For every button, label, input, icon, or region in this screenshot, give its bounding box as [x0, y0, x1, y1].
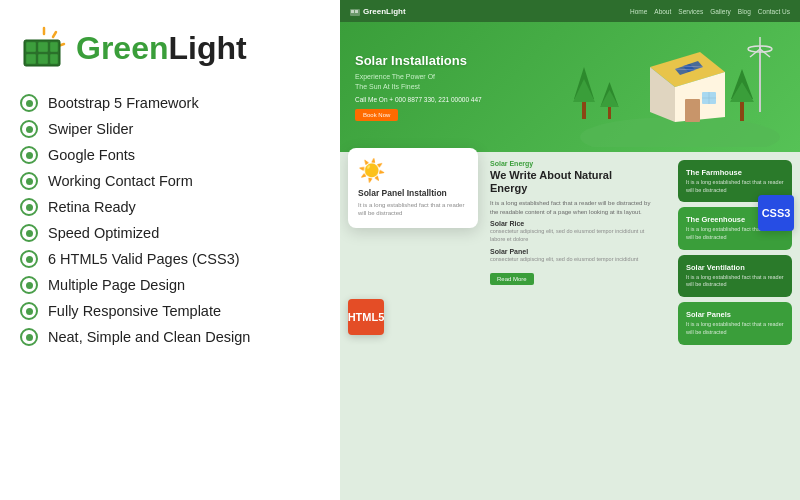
svg-rect-4: [26, 42, 36, 52]
svg-rect-32: [685, 99, 700, 122]
svg-rect-36: [740, 99, 744, 121]
svg-rect-7: [26, 54, 36, 64]
feature-label: Fully Responsive Template: [48, 303, 221, 319]
list-item: Multiple Page Design: [20, 276, 320, 294]
feature-label: Swiper Slider: [48, 121, 133, 137]
html5-number: 5: [378, 311, 384, 323]
sidebar-card-title: The Farmhouse: [686, 168, 784, 177]
sub-items: Solar Rice consectetur adipiscing elit, …: [490, 220, 658, 263]
bullet-icon: [20, 198, 38, 216]
header-logo: GreenLight: [350, 6, 406, 16]
feature-label: Working Contact Form: [48, 173, 193, 189]
hero-illustration: [570, 27, 790, 147]
feature-label: Multiple Page Design: [48, 277, 185, 293]
bullet-icon: [20, 250, 38, 268]
header-logo-icon: [350, 6, 360, 16]
svg-rect-12: [355, 10, 358, 13]
feature-label: 6 HTML5 Valid Pages (CSS3): [48, 251, 240, 267]
sidebar-card-title: Solar Ventilation: [686, 263, 784, 272]
nav-item-contact[interactable]: Contact Us: [758, 8, 790, 15]
section-intro: It is a long established fact that a rea…: [490, 199, 658, 217]
nav-item-services[interactable]: Services: [678, 8, 703, 15]
sub-item-title: Solar Rice: [490, 220, 658, 227]
svg-line-17: [760, 49, 770, 57]
bullet-icon: [20, 276, 38, 294]
hero-title: Solar Installations: [355, 53, 482, 69]
logo-area: GreenLight: [20, 24, 320, 72]
svg-rect-22: [608, 105, 611, 119]
sidebar-card-text: It is a long established fact that a rea…: [686, 179, 784, 194]
sidebar-card-text: It is a long established fact that a rea…: [686, 274, 784, 289]
html5-icon: HTML5: [348, 299, 384, 335]
section-label: Solar Energy: [490, 160, 658, 167]
hero-phone: Call Me On + 000 8877 330, 221 00000 447: [355, 96, 482, 103]
list-item: Bootstrap 5 Framework: [20, 94, 320, 112]
svg-marker-21: [573, 79, 595, 102]
css3-number: 3: [784, 207, 790, 219]
nav-item-blog[interactable]: Blog: [738, 8, 751, 15]
logo-light: Light: [168, 30, 246, 66]
page-hero: Solar Installations Experience The Power…: [340, 22, 800, 152]
logo-text: GreenLight: [76, 32, 247, 64]
bullet-icon: [20, 328, 38, 346]
list-item: 6 HTML5 Valid Pages (CSS3): [20, 250, 320, 268]
hero-cta-button[interactable]: Book Now: [355, 109, 398, 121]
bullet-icon: [20, 224, 38, 242]
feature-label: Retina Ready: [48, 199, 136, 215]
list-item: Google Fonts: [20, 146, 320, 164]
header-nav: Home About Services Gallery Blog Contact…: [630, 8, 790, 15]
logo-green: Green: [76, 30, 168, 66]
bullet-icon: [20, 172, 38, 190]
feature-label: Bootstrap 5 Framework: [48, 95, 199, 111]
bullet-icon: [20, 94, 38, 112]
sidebar-card-ventilation: Solar Ventilation It is a long establish…: [678, 255, 792, 297]
browser-mockup: HTML5 CSS3 GreenLight Home About Service…: [340, 0, 800, 500]
solar-card-text: It is a long established fact that a rea…: [358, 201, 468, 218]
list-item: Neat, Simple and Clean Design: [20, 328, 320, 346]
sidebar-card-panels: Solar Panels It is a long established fa…: [678, 302, 792, 344]
sidebar-card-title: Solar Panels: [686, 310, 784, 319]
read-more-button[interactable]: Read More: [490, 273, 534, 285]
svg-rect-11: [351, 10, 354, 13]
header-logo-text: GreenLight: [363, 7, 406, 16]
bullet-icon: [20, 146, 38, 164]
hero-subtitle: Experience The Power OfThe Sun At Its Fi…: [355, 72, 482, 92]
list-item: Working Contact Form: [20, 172, 320, 190]
bullet-icon: [20, 302, 38, 320]
floating-solar-card: ☀️ Solar Panel Installtion It is a long …: [348, 148, 478, 228]
nav-item-about[interactable]: About: [654, 8, 671, 15]
list-item: Fully Responsive Template: [20, 302, 320, 320]
svg-marker-24: [600, 90, 619, 107]
svg-line-1: [53, 32, 56, 37]
sidebar-card-text: It is a long established fact that a rea…: [686, 321, 784, 336]
solar-card-title: Solar Panel Installtion: [358, 188, 468, 198]
nav-item-home[interactable]: Home: [630, 8, 647, 15]
sub-item-text: consectetur adipiscing elit, sed do eius…: [490, 228, 658, 243]
nav-item-gallery[interactable]: Gallery: [710, 8, 731, 15]
css3-icon: CSS3: [758, 195, 794, 231]
svg-rect-5: [38, 42, 48, 52]
page-header: GreenLight Home About Services Gallery B…: [340, 0, 800, 22]
logo-icon: [20, 24, 68, 72]
svg-line-18: [750, 49, 760, 57]
list-item: Solar Rice consectetur adipiscing elit, …: [490, 220, 658, 243]
list-item: Speed Optimized: [20, 224, 320, 242]
svg-rect-6: [50, 42, 58, 52]
left-panel: GreenLight Bootstrap 5 Framework Swiper …: [0, 0, 340, 500]
feature-label: Neat, Simple and Clean Design: [48, 329, 250, 345]
svg-rect-8: [38, 54, 48, 64]
features-list: Bootstrap 5 Framework Swiper Slider Goog…: [20, 94, 320, 354]
feature-label: Speed Optimized: [48, 225, 159, 241]
html5-badge: HTML5: [348, 299, 384, 335]
bullet-icon: [20, 120, 38, 138]
feature-label: Google Fonts: [48, 147, 135, 163]
hero-text: Solar Installations Experience The Power…: [355, 53, 482, 120]
sub-item-text: consectetur adipiscing elit, sed do eius…: [490, 256, 658, 264]
svg-rect-9: [50, 54, 58, 64]
section-title: We Write About NaturalEnergy: [490, 169, 658, 195]
list-item: Swiper Slider: [20, 120, 320, 138]
solar-card-icon: ☀️: [358, 158, 468, 184]
list-item: Solar Panel consectetur adipiscing elit,…: [490, 248, 658, 264]
css3-badge: CSS3: [758, 195, 794, 231]
list-item: Retina Ready: [20, 198, 320, 216]
